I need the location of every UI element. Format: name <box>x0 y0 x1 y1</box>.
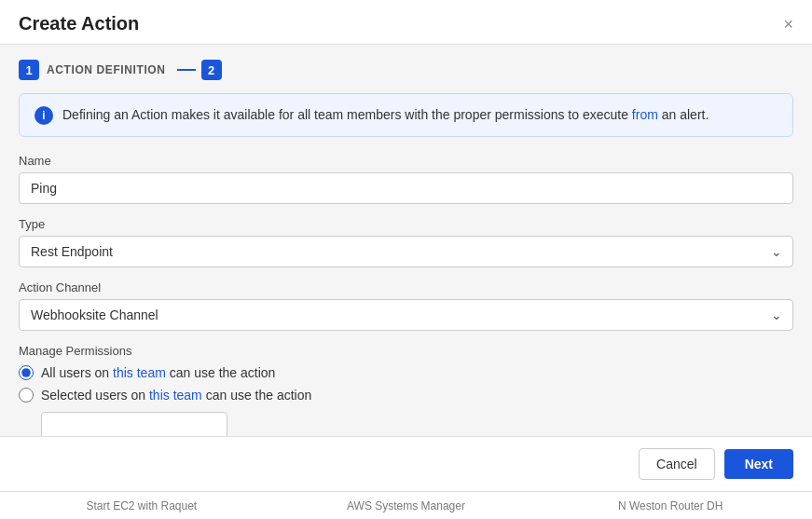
type-select-wrapper: Rest Endpoint Email SMS ⌄ <box>19 236 793 267</box>
modal-overlay: Create Action × 1 ACTION DEFINITION 2 i … <box>0 0 812 519</box>
step-bar: 1 ACTION DEFINITION 2 <box>19 60 793 80</box>
info-icon: i <box>34 106 53 125</box>
bottom-bar-item-1: Start EC2 with Raquet <box>9 499 274 512</box>
bottom-bar-item-2: AWS Systems Manager <box>274 499 539 512</box>
modal-title: Create Action <box>19 13 139 34</box>
channel-select[interactable]: Webhooksite Channel <box>19 299 793 331</box>
name-label: Name <box>19 154 793 168</box>
selected-users-input[interactable] <box>41 412 227 436</box>
channel-select-wrapper: Webhooksite Channel ⌄ <box>19 299 793 331</box>
info-from-link[interactable]: from <box>632 107 658 122</box>
radio-all-users-text: All users on this team can use the actio… <box>41 365 275 380</box>
type-select[interactable]: Rest Endpoint Email SMS <box>19 236 793 267</box>
channel-label: Action Channel <box>19 280 793 294</box>
bottom-bar-item-3: N Weston Router DH <box>538 499 803 512</box>
info-text-after: an alert. <box>658 107 709 122</box>
radio-selected-users-text: Selected users on this team can use the … <box>41 388 311 403</box>
modal-footer: Cancel Next <box>0 436 812 491</box>
step2-badge: 2 <box>201 60 222 80</box>
type-label: Type <box>19 217 793 231</box>
info-banner: i Defining an Action makes it available … <box>19 93 793 137</box>
all-users-team-link[interactable]: this team <box>113 365 166 380</box>
step1-badge: 1 <box>19 60 39 80</box>
step-divider <box>177 69 196 71</box>
modal-header: Create Action × <box>0 0 812 45</box>
info-text-before: Defining an Action makes it available fo… <box>62 107 632 122</box>
radio-selected-users[interactable]: Selected users on this team can use the … <box>19 388 793 403</box>
radio-all-users[interactable]: All users on this team can use the actio… <box>19 365 793 380</box>
step1-label: ACTION DEFINITION <box>47 63 166 76</box>
bottom-bar: Start EC2 with Raquet AWS Systems Manage… <box>0 491 812 519</box>
channel-field-group: Action Channel Webhooksite Channel ⌄ <box>19 280 793 331</box>
name-field-group: Name <box>19 154 793 204</box>
permissions-section: Manage Permissions All users on this tea… <box>19 344 793 436</box>
type-field-group: Type Rest Endpoint Email SMS ⌄ <box>19 217 793 267</box>
next-button[interactable]: Next <box>724 449 793 479</box>
radio-selected-users-input[interactable] <box>19 388 34 403</box>
modal-body: 1 ACTION DEFINITION 2 i Defining an Acti… <box>0 45 812 436</box>
name-input[interactable] <box>19 172 793 204</box>
radio-group: All users on this team can use the actio… <box>19 365 793 403</box>
cancel-button[interactable]: Cancel <box>639 448 715 480</box>
selected-users-team-link[interactable]: this team <box>149 388 202 403</box>
close-button[interactable]: × <box>783 16 793 33</box>
radio-all-users-input[interactable] <box>19 365 34 380</box>
info-text: Defining an Action makes it available fo… <box>62 105 709 125</box>
permissions-label: Manage Permissions <box>19 344 793 358</box>
